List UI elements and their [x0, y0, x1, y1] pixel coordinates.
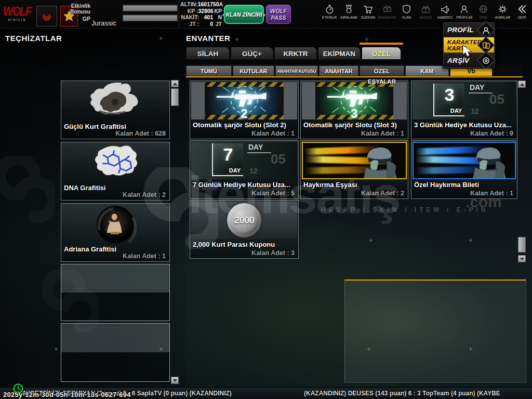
inventory-item-kurt-parasi-kuponu[interactable]: 2000 2,000 Kurt Parası Kuponu Kalan Adet…: [190, 200, 299, 259]
chest-icon: [382, 4, 393, 15]
menu-profilim[interactable]: PROFİLİM: [455, 2, 473, 19]
menu-etkinlik[interactable]: ETKİNLİK: [321, 2, 339, 19]
inventory-item-sarjor-slot-2[interactable]: 2 Otomatik şarjör Slotu (Slot 2) Kalan A…: [190, 81, 299, 139]
item-name: 3 Günlük Hediye Kutusu Uza...: [414, 121, 515, 129]
item-remaining: Kalan Adet : 9: [470, 130, 513, 137]
menu-haberci[interactable]: HABERCİ: [436, 2, 454, 19]
day-extension-art: DAY 05 12 3 DAY: [413, 82, 516, 119]
inventory-panel-title: ENVANTER: [186, 34, 230, 43]
item-remaining: Kalan Adet : 1: [470, 190, 513, 197]
day-tile: 7 DAY: [212, 143, 243, 176]
menu-klan[interactable]: KLAN: [397, 2, 416, 19]
menu-envanter[interactable]: ENVANTER: [378, 2, 396, 19]
dropdown-item-profil[interactable]: PROFİL: [443, 22, 495, 37]
wolfteam-logo-subtitle: DİRİLİŞ: [2, 18, 33, 21]
menu-geri[interactable]: GERİ: [513, 2, 531, 19]
left-scroll-down-button[interactable]: [171, 377, 179, 384]
stat-altin: ALTIN: 1601750 A: [180, 1, 222, 7]
item-name: Otomatik şarjör Slotu (Slot 2): [193, 121, 296, 129]
inventory-scroll-thumb[interactable]: [518, 237, 526, 252]
gp-progressbar: [123, 15, 178, 21]
day-extension-art: DAY 05 12 7 DAY: [191, 142, 297, 179]
wolf-pass-button[interactable]: WOLF PASS: [266, 5, 291, 24]
game-client-window: WOLF DİRİLİŞ Etkinlik Bonusu GP Jurassic…: [0, 0, 532, 399]
tab-ozel[interactable]: ÖZEL: [362, 47, 401, 60]
dna-graffiti-art: [62, 143, 168, 183]
mouse-cursor: [461, 45, 473, 57]
globe-icon: [478, 4, 489, 15]
shout-ticket-art: [413, 142, 516, 179]
decor-plus: +: [54, 345, 58, 353]
equipment-panel-title: TEÇHİZATLAR: [5, 34, 62, 43]
adriana-graffiti-art: [62, 205, 168, 244]
decor-plus: +: [469, 236, 473, 244]
inventory-item-sarjor-slot-3[interactable]: 3 Otomatik şarjör Slotu (Slot 3) Kalan A…: [300, 81, 408, 139]
status-clock-icon: [12, 383, 24, 394]
slot-number: 3: [302, 107, 407, 119]
item-name: Adriana Grafitisi: [64, 245, 167, 253]
gift-icon: [420, 4, 431, 15]
tab-silah[interactable]: SİLAH: [186, 47, 230, 60]
item-remaining: Kalan Adet : 2: [123, 191, 166, 198]
shout-item-art: [302, 142, 407, 179]
item-name: DNA Grafitisi: [64, 184, 167, 192]
currency-stats: ALTIN: 1601750 A KP : 32806 KP NAKİT: 40…: [179, 1, 223, 28]
clan-emblem-icon: [36, 6, 57, 26]
inventory-scroll-down-button[interactable]: [518, 255, 526, 262]
item-remaining: Kalan Adet : 2: [361, 190, 404, 197]
profile-diamond-icon: [477, 21, 495, 38]
tab-krktr[interactable]: KRKTR: [274, 47, 317, 60]
inventory-item-ozel-haykirma-bileti[interactable]: Özel Haykırma Bileti Kalan Adet : 1: [411, 140, 517, 199]
menu-ayarlar[interactable]: AYARLAR: [494, 2, 512, 19]
empty-equipment-slot: [61, 264, 170, 321]
menu-hediye[interactable]: HEDİYE: [417, 2, 435, 19]
equipment-item-dna[interactable]: DNA Grafitisi Kalan Adet : 2: [61, 142, 170, 201]
magazine-slot-art: 2: [191, 82, 297, 119]
back-chevrons-icon: [516, 4, 527, 15]
subtab-anahtar[interactable]: ANAHTAR: [319, 65, 358, 76]
tab-guc[interactable]: GÜÇ+: [231, 47, 273, 60]
coin-icon: 2000: [227, 203, 261, 237]
decor-plus: +: [235, 35, 239, 43]
top-menu: ETKİNLİK SIRALAMA DÜKKAN ENVANTER KLAN H…: [321, 2, 531, 19]
wolfteam-logo: WOLF DİRİLİŞ: [2, 5, 33, 21]
item-remaining: Kalan Adet : 1: [123, 252, 166, 260]
equipment-item-guclu-kurt[interactable]: Güçlü Kurt Grafitisi Kalan Adet : 628: [61, 81, 170, 139]
equipment-item-adriana[interactable]: Adriana Grafitisi Kalan Adet : 1: [61, 203, 170, 262]
subtab-ozel-esyalar[interactable]: ÖZEL EŞYALAR: [360, 65, 404, 76]
left-scroll-up-button[interactable]: [171, 80, 179, 87]
inventory-item-3-gun-hediye[interactable]: DAY 05 12 3 DAY 3 Günlük Hediye Kutusu U…: [411, 81, 517, 139]
username: Jurassic: [91, 19, 116, 27]
subtab-kutular[interactable]: KUTULAR: [233, 65, 274, 76]
stat-jt: JT : 0 JT: [180, 21, 222, 27]
subtab-anahtar-kutusu[interactable]: ANAHTAR KUTUSU: [275, 65, 318, 76]
menu-siralama[interactable]: SIRALAMA: [340, 2, 358, 19]
soldier-art: [355, 144, 405, 179]
item-remaining: Kalan Adet : 3: [251, 249, 295, 257]
inventory-scroll-up-button[interactable]: [518, 81, 526, 88]
klan-zinciri-button[interactable]: › KLAN ZİNCİRİ ‹: [224, 5, 264, 24]
inventory-item-7-gun-hediye[interactable]: DAY 05 12 7 DAY 7 Günlük Hediye Kutusu U…: [190, 140, 299, 199]
menu-web[interactable]: WEB: [474, 2, 493, 19]
active-tab-accent: [360, 43, 403, 45]
gp-label: GP: [61, 16, 90, 22]
left-scroll-thumb[interactable]: [171, 88, 179, 106]
inventory-item-haykirma-esyasi[interactable]: Haykırma Eşyası Kalan Adet : 2: [300, 140, 408, 199]
megaphone-icon: [440, 4, 450, 15]
tab-ekipman[interactable]: EKİPMAN: [318, 47, 361, 60]
wolfteam-logo-text: WOLF: [2, 4, 33, 19]
item-name: Özel Haykırma Bileti: [414, 181, 515, 189]
subtab-tumu[interactable]: TÜMÜ: [186, 65, 232, 76]
item-remaining: Kalan Adet : 628: [115, 130, 166, 137]
person-icon: [459, 4, 470, 15]
soldier-art: [464, 144, 514, 179]
stat-nakit: NAKİT: 401 N: [180, 14, 222, 20]
decor-plus: +: [159, 34, 163, 42]
cart-icon: [363, 4, 374, 15]
stopwatch-icon: [324, 4, 335, 15]
event-bonus-label-2: Bonusu: [61, 8, 90, 15]
item-remaining: Kalan Adet : 5: [251, 190, 295, 197]
menu-dukkan[interactable]: DÜKKAN: [359, 2, 377, 19]
item-name: 2,000 Kurt Parası Kuponu: [193, 241, 296, 248]
subtab-underline: [186, 76, 523, 77]
